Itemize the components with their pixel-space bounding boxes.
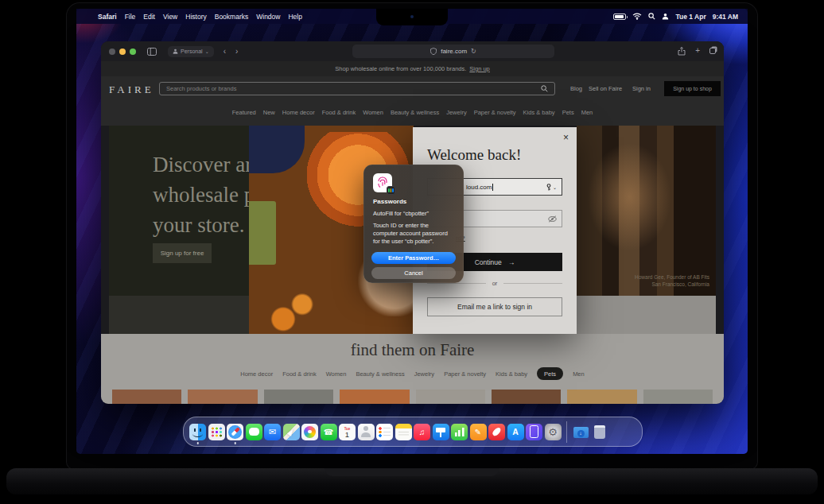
new-tab-icon[interactable]: + [695,47,700,55]
nav-home-decor[interactable]: Home decor [282,109,315,116]
product-thumb[interactable] [188,390,257,404]
product-thumb[interactable] [643,390,713,404]
promo-banner-text: Shop wholesale online from over 100,000 … [335,65,466,72]
dock-numbers-icon[interactable] [451,424,468,440]
nav-paper[interactable]: Paper & novelty [474,109,516,116]
lower-nav-women[interactable]: Women [326,370,347,378]
dock-photos-icon[interactable] [301,424,318,440]
sidebar-toggle-icon[interactable] [147,48,157,56]
lower-nav-home-decor[interactable]: Home decor [240,370,273,378]
menu-bookmarks[interactable]: Bookmarks [215,13,249,21]
reload-icon[interactable]: ↻ [471,48,476,56]
menu-help[interactable]: Help [288,13,301,21]
sign-in-link[interactable]: Sign in [632,85,651,92]
dock-rocket-app-icon[interactable] [488,424,505,440]
sign-up-free-button[interactable]: Sign up for free [153,243,212,263]
dock-trash-icon[interactable] [591,424,608,440]
lower-nav-kids[interactable]: Kids & baby [496,370,527,378]
dock-finder-icon[interactable] [189,424,206,440]
sell-on-faire-link[interactable]: Sell on Faire [589,85,622,92]
dock-pages-icon[interactable]: ✎ [470,424,487,440]
dock-contacts-icon[interactable] [358,424,375,440]
nav-women[interactable]: Women [363,109,383,116]
battery-icon[interactable] [613,14,626,20]
window-zoom-button[interactable] [130,48,136,55]
back-button[interactable]: ‹ [223,48,226,56]
nav-new[interactable]: New [263,109,275,116]
search-icon[interactable] [541,85,548,92]
window-minimize-button[interactable] [119,48,126,55]
email-link-button[interactable]: Email me a link to sign in [427,297,562,316]
nav-kids[interactable]: Kids & baby [523,109,555,116]
product-thumb[interactable] [416,390,485,404]
spotlight-search-icon[interactable] [648,13,655,20]
lower-nav-paper[interactable]: Paper & novelty [444,370,486,378]
menu-file[interactable]: File [125,13,136,21]
mail-glyph: ✉ [269,427,276,437]
dock-calendar-icon[interactable]: Tue 1 [339,424,356,440]
product-thumb[interactable] [492,390,561,404]
dock-keynote-icon[interactable] [433,424,449,440]
nav-food-drink[interactable]: Food & drink [322,109,356,116]
faire-logo[interactable]: FAIRE [109,83,154,96]
cancel-button[interactable]: Cancel [371,267,456,279]
nav-men[interactable]: Men [581,109,593,116]
lower-section: find them on Faire Home decor Food & dri… [101,334,724,404]
menu-view[interactable]: View [163,13,177,21]
search-input[interactable]: Search products or brands [159,82,555,95]
address-bar[interactable]: faire.com ↻ [352,45,554,58]
dock-safari-icon[interactable] [227,424,243,440]
product-thumb[interactable] [264,390,333,404]
lower-nav-jewelry[interactable]: Jewelry [414,370,434,378]
forward-button[interactable]: › [235,48,238,56]
lower-nav-pets-active[interactable]: Pets [537,367,563,380]
dock-phone-icon[interactable]: ☎ [321,424,337,440]
menu-safari[interactable]: Safari [98,13,117,21]
dock-iphone-mirroring-icon[interactable] [526,424,542,440]
user-switch-icon[interactable] [662,13,669,20]
nav-beauty[interactable]: Beauty & wellness [391,109,439,116]
sign-up-to-shop-button[interactable]: Sign up to shop [664,81,721,96]
dock-reminders-icon[interactable] [376,424,393,440]
product-thumb[interactable] [340,390,409,404]
product-thumb[interactable] [112,390,181,404]
enter-password-button[interactable]: Enter Password… [371,252,456,264]
show-password-eye-icon[interactable] [548,215,557,223]
window-close-button[interactable] [109,48,115,55]
dock-launchpad-icon[interactable] [208,424,225,440]
dock-maps-icon[interactable] [283,424,300,440]
dock-notes-icon[interactable] [395,424,412,440]
wifi-icon[interactable] [632,13,642,20]
dialog-app-name: Passwords [373,198,406,205]
lower-nav-food-drink[interactable]: Food & drink [282,370,317,378]
menu-edit[interactable]: Edit [143,13,155,21]
dock-downloads-folder-icon[interactable]: ↓ [573,424,589,440]
dock-system-settings-icon[interactable]: ⚙ [545,424,562,440]
profile-switcher[interactable]: Personal ⌄ [168,46,214,57]
dock-messages-icon[interactable] [246,424,262,440]
blog-link[interactable]: Blog [570,85,582,92]
dock: ✉ ☎ Tue 1 ♫ ✎ A ⚙ ↓ [183,417,643,447]
dock-music-icon[interactable]: ♫ [414,424,430,440]
dock-mail-icon[interactable]: ✉ [264,424,281,440]
dock-app-store-icon[interactable]: A [507,424,524,440]
lower-nav-beauty[interactable]: Beauty & wellness [356,370,404,378]
menu-window[interactable]: Window [256,13,280,21]
menu-date[interactable]: Tue 1 Apr [675,13,705,21]
nav-pets[interactable]: Pets [562,109,574,116]
close-icon[interactable]: × [563,132,569,143]
share-icon[interactable] [678,47,686,56]
hero-line-2: wholesale p [153,180,255,210]
nav-jewelry[interactable]: Jewelry [446,109,466,116]
email-value: loud.com [466,184,493,191]
lower-nav-men[interactable]: Men [573,370,585,378]
menu-history[interactable]: History [185,13,206,21]
nav-featured[interactable]: Featured [232,109,256,116]
dialog-autofill-text: AutoFill for “cbpotter” [373,210,429,217]
macbook-scene: Safari File Edit View History Bookmarks … [0,0,824,504]
privacy-shield-icon[interactable] [430,48,437,55]
promo-signup-link[interactable]: Sign up [469,65,489,72]
autofill-key-icon[interactable]: ⌄ [546,184,557,191]
tab-overview-icon[interactable] [709,48,716,54]
product-thumb[interactable] [567,390,636,404]
